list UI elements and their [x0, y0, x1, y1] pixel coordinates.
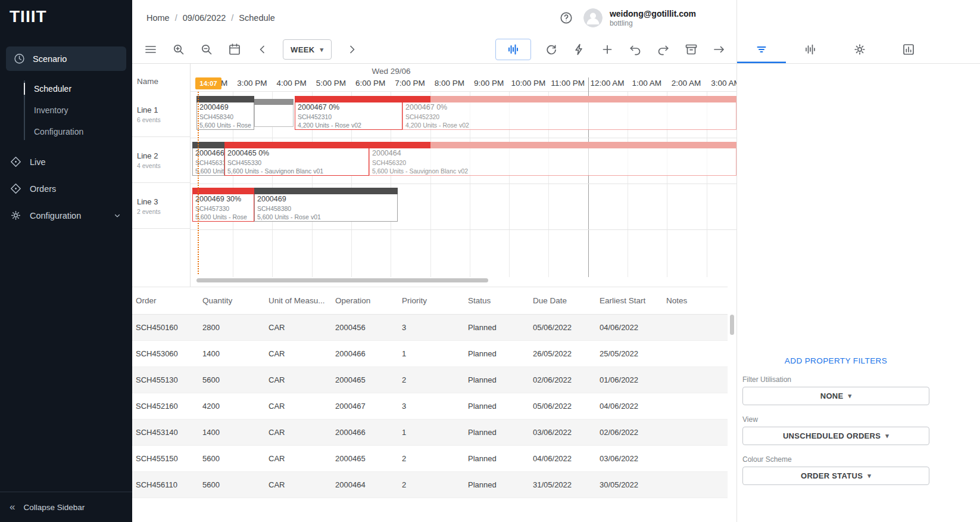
chevron-right-icon	[345, 42, 359, 57]
table-column-header[interactable]: Notes	[666, 296, 728, 305]
gantt-block-text: 2000467 0%	[298, 103, 400, 113]
table-row[interactable]: SCH4521604200CAR20004673Planned05/06/202…	[132, 393, 728, 420]
zoom-out-icon	[199, 42, 214, 57]
table-cell: SCH456110	[136, 480, 202, 489]
user-info[interactable]: weidong@gotillit.com bottling	[583, 8, 696, 27]
gantt-horizontal-scrollbar[interactable]	[196, 278, 488, 282]
menu-button[interactable]	[143, 42, 158, 57]
calendar-button[interactable]	[227, 42, 242, 57]
sidebar-item-orders[interactable]: Orders	[0, 175, 132, 202]
table-cell: SCH455130	[136, 375, 202, 384]
table-cell: SCH452160	[136, 402, 202, 411]
table-column-header[interactable]: Priority	[402, 296, 468, 305]
table-cell: CAR	[269, 349, 335, 358]
tab-reports[interactable]	[884, 36, 933, 63]
time-label: 9:00 PM	[469, 79, 508, 88]
collapse-sidebar-button[interactable]: « Collapse Sidebar	[0, 492, 132, 522]
table-cell: 3	[402, 402, 468, 411]
gantt-block-progress	[295, 96, 402, 102]
auto-schedule-button[interactable]	[572, 42, 587, 57]
add-property-filters-button[interactable]: ADD PROPERTY FILTERS	[742, 356, 929, 365]
view-mode-value: WEEK	[291, 45, 315, 54]
help-button[interactable]	[558, 10, 574, 26]
view-mode-select[interactable]: WEEK ▾	[283, 39, 332, 60]
filter-field-select[interactable]: ORDER STATUS▾	[742, 467, 929, 485]
filter-field-select[interactable]: UNSCHEDULED ORDERS▾	[742, 427, 929, 445]
table-cell: 5600	[202, 480, 269, 489]
gantt-row-name-label: Line 1	[137, 105, 191, 114]
table-cell: 5600	[202, 375, 269, 384]
breadcrumb-item[interactable]: 09/06/2022	[183, 13, 226, 23]
utilisation-toggle-button[interactable]	[495, 39, 531, 60]
tab-filters[interactable]	[737, 36, 786, 63]
gantt-block-text: 5,600 Units - Sauvignon Blanc v02	[372, 167, 734, 175]
table-column-header[interactable]: Status	[468, 296, 533, 305]
gantt-block-text: SCH458340	[199, 113, 251, 121]
zoom-in-button[interactable]	[171, 42, 186, 57]
lightning-icon	[572, 42, 586, 57]
gantt-block-text: 5,600 Units	[195, 167, 221, 175]
redo-button[interactable]	[656, 42, 671, 57]
gantt-block[interactable]: 2000465 0%SCH4553305,600 Units - Sauvign…	[224, 142, 369, 176]
table-row[interactable]: SCH4551305600CAR20004652Planned02/06/202…	[132, 367, 728, 393]
gantt-block[interactable]: 2000469SCH4583805,600 Units - Rose v01	[254, 188, 398, 222]
scenario-subnav: Scheduler Inventory Configuration	[0, 78, 132, 142]
archive-button[interactable]	[683, 42, 699, 57]
table-row[interactable]: SCH4561105600CAR20004642Planned31/05/202…	[132, 472, 728, 498]
table-cell: CAR	[269, 375, 335, 384]
table-column-header[interactable]: Quantity	[202, 296, 269, 305]
sidebar-item-scenario[interactable]: Scenario	[6, 46, 126, 71]
table-row[interactable]: SCH4551505600CAR20004652Planned04/06/202…	[132, 446, 728, 472]
sidebar-item-live[interactable]: Live	[0, 148, 132, 175]
table-cell: 2000466	[335, 349, 402, 358]
main-area: Home/09/06/2022/Schedule weidong@gotilli…	[132, 0, 736, 522]
prev-period-button[interactable]	[255, 42, 270, 57]
gantt-block[interactable]: 2000467 0%SCH4523104,200 Units - Rose v0…	[295, 96, 402, 130]
publish-button[interactable]	[711, 42, 727, 57]
table-row[interactable]: SCH4501602800CAR20004563Planned05/06/202…	[132, 315, 728, 341]
sidebar-item-configuration-sub[interactable]: Configuration	[34, 121, 132, 142]
collapse-label: Collapse Sidebar	[23, 503, 85, 512]
time-label: 5:00 PM	[311, 79, 351, 88]
table-scrollbar[interactable]	[730, 315, 734, 335]
gantt-block[interactable]: 2000469SCH4583405,600 Units - Rose	[196, 96, 254, 130]
chevron-left-icon	[255, 42, 270, 57]
gantt-block-body: 2000469SCH4583805,600 Units - Rose v01	[254, 194, 398, 222]
add-button[interactable]	[600, 42, 615, 57]
table-cell: 04/06/2022	[600, 323, 666, 332]
time-label: 8:00 PM	[430, 79, 469, 88]
table-cell: Planned	[468, 349, 533, 358]
sidebar-item-inventory[interactable]: Inventory	[34, 100, 132, 121]
gantt-name-header: Name	[132, 64, 190, 86]
table-column-header[interactable]: Operation	[335, 296, 402, 305]
breadcrumb-item[interactable]: Schedule	[239, 13, 274, 23]
table-column-header[interactable]: Order	[136, 296, 202, 305]
sidebar-item-scheduler[interactable]: Scheduler	[34, 78, 132, 100]
tab-settings[interactable]	[835, 36, 884, 63]
table-column-header[interactable]: Earliest Start	[600, 296, 666, 305]
gantt-block[interactable]: 2000469 30%SCH4573305,600 Units - Rose	[192, 188, 254, 222]
undo-button[interactable]	[628, 42, 643, 57]
sidebar-item-configuration[interactable]: Configuration	[0, 202, 132, 229]
gantt-block[interactable]: 2000467 0%SCH4523204,200 Units - Rose v0…	[402, 96, 736, 130]
avatar[interactable]	[583, 8, 603, 27]
table-column-header[interactable]: Due Date	[533, 296, 600, 305]
table-cell: 25/05/2022	[600, 349, 666, 358]
table-cell: 2800	[202, 323, 269, 332]
gantt-block-progress	[369, 142, 736, 148]
gantt-block-body: 2000467 0%SCH4523104,200 Units - Rose v0…	[295, 102, 402, 130]
table-column-header[interactable]: Unit of Measu...	[269, 296, 335, 305]
table-row[interactable]: SCH4530601400CAR20004661Planned26/05/202…	[132, 341, 728, 367]
gantt-block[interactable]: 2000464SCH4563205,600 Units - Sauvignon …	[369, 142, 736, 176]
zoom-out-button[interactable]	[199, 42, 214, 57]
breadcrumb-separator: /	[231, 13, 233, 23]
next-period-button[interactable]	[344, 42, 360, 57]
refresh-button[interactable]	[544, 42, 559, 57]
table-row[interactable]: SCH4531401400CAR20004661Planned03/06/202…	[132, 420, 728, 446]
tab-utilisation[interactable]	[786, 36, 835, 63]
gantt-block-text: 4,200 Units - Rose v02	[405, 121, 734, 129]
filter-field-select[interactable]: NONE▾	[742, 387, 929, 405]
breadcrumb-item[interactable]: Home	[146, 13, 170, 23]
gantt-block[interactable]	[254, 96, 294, 127]
table-cell: CAR	[269, 402, 335, 411]
